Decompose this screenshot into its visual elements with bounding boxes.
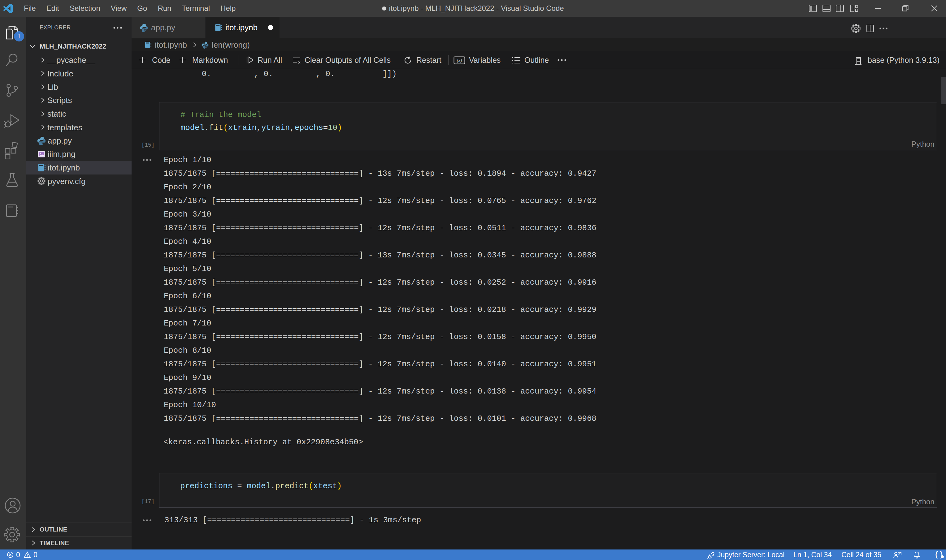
svg-text:(x): (x) <box>457 58 462 63</box>
